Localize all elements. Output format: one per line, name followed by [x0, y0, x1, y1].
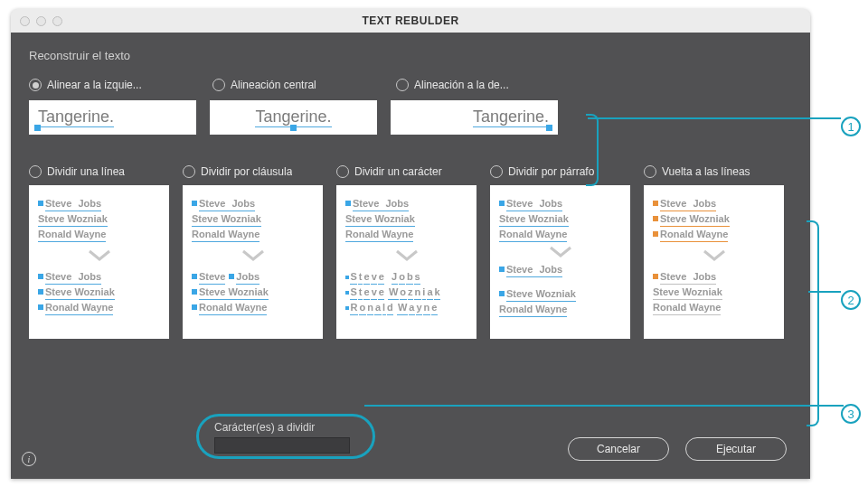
sample-text: Tangerine.: [38, 108, 114, 127]
callout-leader-2: [808, 291, 841, 293]
callout-bracket-1: [586, 114, 599, 186]
handle-icon: [34, 125, 41, 131]
radio-split-paragraph[interactable]: Dividir por párrafo: [490, 165, 630, 178]
before-block: Steve Jobs Steve Wozniak Ronald Wayne: [345, 196, 467, 242]
handle-icon: [192, 289, 197, 295]
preview-align-right: Tangerine.: [391, 100, 558, 135]
handle-icon: [38, 201, 43, 206]
char-split-input[interactable]: [214, 437, 350, 454]
radio-icon: [490, 165, 503, 178]
radio-icon: [396, 79, 409, 91]
handle-icon: [653, 201, 658, 206]
radio-split-backlines[interactable]: Vuelta a las líneas: [644, 165, 784, 178]
handle-icon: [38, 304, 43, 310]
window-title: TEXT REBULDER: [11, 14, 810, 27]
radio-label: Dividir un carácter: [354, 165, 442, 178]
sample-text: Tangerine.: [473, 108, 549, 127]
page-title: Reconstruir el texto: [29, 49, 792, 62]
radio-icon: [212, 79, 225, 91]
handle-icon: [653, 231, 658, 237]
split-col-clause: Dividir por cláusula Steve Jobs Steve Wo…: [183, 165, 323, 339]
handle-icon: [345, 201, 351, 206]
split-col-backlines: Vuelta a las líneas Steve Jobs Steve Woz…: [644, 165, 784, 339]
after-block: SteveJobs Steve Wozniak Ronald Wayne: [192, 269, 314, 315]
char-split-field: Carácter(es) a dividir: [214, 421, 350, 454]
split-col-paragraph: Dividir por párrafo Steve Jobs Steve Woz…: [490, 165, 630, 339]
callout-leader-1: [588, 117, 841, 119]
align-options: Alinear a la izquie... Alineación centra…: [29, 79, 792, 91]
arrow-down-icon: [549, 246, 572, 258]
callout-bracket-2: [807, 220, 819, 426]
arrow-down-icon: [395, 249, 419, 262]
handle-icon: [499, 291, 505, 296]
callout-leader-3: [364, 405, 844, 407]
radio-split-line[interactable]: Dividir una línea: [29, 165, 169, 178]
radio-label: Alineación a la de...: [414, 79, 509, 91]
preview-align-left: Tangerine.: [29, 100, 196, 135]
radio-label: Alinear a la izquie...: [47, 79, 142, 91]
before-block: Steve Jobs Steve Wozniak Ronald Wayne: [38, 196, 160, 242]
dialog-body: Reconstruir el texto Alinear a la izquie…: [11, 33, 810, 479]
preview-split-backlines: Steve Jobs Steve Wozniak Ronald Wayne St…: [644, 185, 784, 339]
radio-icon: [336, 165, 349, 178]
handle-icon: [290, 125, 297, 131]
radio-icon: [29, 165, 42, 178]
handle-icon: [499, 201, 505, 206]
preview-split-clause: Steve Jobs Steve Wozniak Ronald Wayne St…: [183, 185, 323, 339]
split-section: Dividir una línea Steve Jobs Steve Wozni…: [29, 165, 792, 339]
radio-align-left[interactable]: Alinear a la izquie...: [29, 79, 196, 91]
handle-icon: [38, 274, 43, 279]
radio-align-right[interactable]: Alineación a la de...: [396, 79, 563, 91]
sample-text: Tangerine.: [255, 108, 331, 127]
arrow-down-icon: [88, 249, 111, 262]
preview-split-char: Steve Jobs Steve Wozniak Ronald Wayne St…: [336, 185, 476, 339]
after-block: Steve Jobs Steve Wozniak Ronald Wayne: [499, 262, 621, 317]
radio-label: Alineación central: [231, 79, 316, 91]
split-options: Dividir una línea Steve Jobs Steve Wozni…: [29, 165, 792, 339]
callout-3: 3: [841, 404, 861, 424]
after-block: Steve Jobs Steve Wozniak Ronald Wayne: [653, 269, 775, 315]
handle-icon: [546, 125, 552, 131]
arrow-down-icon: [703, 249, 726, 262]
radio-label: Dividir una línea: [47, 165, 125, 178]
handle-icon: [229, 274, 234, 279]
before-block: Steve Jobs Steve Wozniak Ronald Wayne: [192, 196, 314, 242]
after-block: Steve Jobs Steve Wozniak Ronald Wayne: [345, 269, 467, 315]
arrow-down-icon: [241, 249, 265, 262]
footer-buttons: Cancelar Ejecutar: [568, 437, 787, 461]
radio-icon: [644, 165, 656, 178]
handle-icon: [653, 216, 658, 221]
handle-icon: [192, 274, 197, 279]
char-split-label: Carácter(es) a dividir: [214, 421, 350, 434]
handle-icon: [192, 304, 197, 310]
radio-split-clause[interactable]: Dividir por cláusula: [183, 165, 323, 178]
after-block: Steve Jobs Steve Wozniak Ronald Wayne: [38, 269, 160, 315]
preview-align-center: Tangerine.: [210, 100, 377, 135]
preview-split-paragraph: Steve Jobs Steve Wozniak Ronald Wayne St…: [490, 185, 630, 339]
radio-label: Vuelta a las líneas: [662, 165, 750, 178]
info-icon[interactable]: i: [22, 452, 36, 466]
handle-icon: [38, 289, 43, 295]
radio-split-char[interactable]: Dividir un carácter: [336, 165, 476, 178]
radio-icon: [183, 165, 195, 178]
radio-label: Dividir por párrafo: [508, 165, 594, 178]
preview-split-line: Steve Jobs Steve Wozniak Ronald Wayne St…: [29, 185, 169, 339]
cancel-button[interactable]: Cancelar: [568, 437, 669, 461]
split-col-line: Dividir una línea Steve Jobs Steve Wozni…: [29, 165, 169, 339]
radio-label: Dividir por cláusula: [201, 165, 292, 178]
handle-icon: [653, 274, 658, 279]
handle-icon: [192, 201, 197, 206]
before-block: Steve Jobs Steve Wozniak Ronald Wayne: [653, 196, 775, 242]
radio-align-center[interactable]: Alineación central: [212, 79, 380, 91]
before-block: Steve Jobs Steve Wozniak Ronald Wayne: [499, 196, 621, 242]
radio-icon: [29, 79, 42, 91]
callout-1: 1: [841, 117, 861, 136]
callout-2: 2: [841, 290, 861, 310]
run-button[interactable]: Ejecutar: [685, 437, 787, 461]
titlebar: TEXT REBULDER: [11, 9, 810, 33]
dialog-window: TEXT REBULDER Reconstruir el texto Aline…: [11, 9, 810, 479]
split-col-char: Dividir un carácter Steve Jobs Steve Woz…: [336, 165, 476, 339]
handle-icon: [499, 267, 505, 272]
